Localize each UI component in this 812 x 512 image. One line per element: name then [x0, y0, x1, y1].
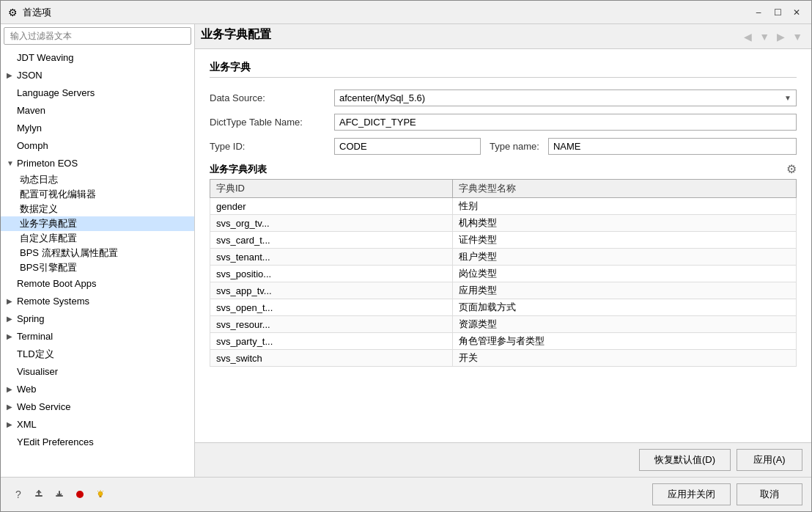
stop-button[interactable] [71, 486, 89, 503]
sidebar-item-peizhi-keshihua[interactable]: 配置可视化编辑器 [1, 187, 194, 202]
table-row[interactable]: svs_resour...资源类型 [210, 316, 797, 333]
table-cell-id: svs_positio... [210, 266, 453, 282]
sidebar-child-label: BPS引擎配置 [20, 260, 77, 275]
filter-input[interactable] [4, 27, 191, 45]
dict-type-table-label: DictType Table Name: [210, 117, 334, 128]
sidebar-item-yewu-zidian[interactable]: 业务字典配置 [1, 216, 194, 231]
table-cell-id: svs_switch [210, 350, 453, 367]
table-row[interactable]: svs_switch开关 [210, 350, 797, 367]
sidebar-item-zidingyi-ku[interactable]: 自定义库配置 [1, 231, 194, 246]
sidebar-item-mylyn[interactable]: Mylyn [1, 120, 194, 137]
restore-button[interactable]: ☐ [769, 4, 786, 21]
nav-forward-button[interactable]: ▶ [774, 29, 788, 44]
minimize-button[interactable]: – [750, 4, 767, 21]
table-cell-name: 租户类型 [452, 249, 797, 266]
expand-arrow: ▶ [7, 294, 17, 309]
data-source-control: afcenter(MySql_5.6) ▼ [334, 89, 797, 106]
sidebar-item-maven[interactable]: Maven [1, 102, 194, 120]
sidebar-item-remote-boot[interactable]: Remote Boot Apps [1, 275, 194, 293]
export-button[interactable] [30, 486, 48, 503]
sidebar-item-shuju-dingyi[interactable]: 数据定义 [1, 202, 194, 216]
data-source-row: Data Source: afcenter(MySql_5.6) ▼ [210, 89, 797, 106]
expand-arrow: ▶ [7, 417, 17, 432]
dict-table: 字典ID 字典类型名称 gender性别svs_org_tv...机构类型svs… [210, 179, 797, 367]
nav-dropdown-button[interactable]: ▼ [756, 29, 772, 44]
sidebar-item-bps-yinqing[interactable]: BPS引擎配置 [1, 260, 194, 275]
sidebar-item-label: Spring [17, 312, 45, 326]
sidebar-item-visualiser[interactable]: Visualiser [1, 363, 194, 381]
type-name-label: Type name: [490, 141, 539, 152]
close-button[interactable]: ✕ [788, 4, 805, 21]
sidebar-item-tld-dingyi[interactable]: TLD定义 [1, 345, 194, 363]
table-row[interactable]: svs_tenant...租户类型 [210, 249, 797, 266]
nav-forward-dropdown-button[interactable]: ▼ [789, 29, 805, 44]
table-row[interactable]: svs_org_tv...机构类型 [210, 215, 797, 232]
table-section-title: 业务字典列表 [210, 163, 267, 176]
sidebar-child-label: 配置可视化编辑器 [20, 187, 96, 202]
sidebar-item-label: Terminal [17, 329, 53, 344]
table-row[interactable]: svs_positio...岗位类型 [210, 266, 797, 282]
sidebar-item-label: Mylyn [17, 121, 42, 136]
sidebar-item-label: Maven [17, 103, 45, 118]
sidebar-item-terminal[interactable]: ▶ Terminal [1, 328, 194, 345]
data-source-label: Data Source: [210, 92, 334, 103]
table-cell-name: 开关 [452, 350, 797, 367]
sidebar-item-jdt-weaving[interactable]: JDT Weaving [1, 49, 194, 67]
table-row[interactable]: svs_party_t...角色管理参与者类型 [210, 333, 797, 350]
table-section-header: 业务字典列表 ⚙ [210, 162, 797, 176]
nav-back-button[interactable]: ◀ [741, 29, 755, 44]
sidebar-item-label: Primeton EOS [17, 156, 78, 171]
table-cell-name: 角色管理参与者类型 [452, 333, 797, 350]
window-title: 首选项 [23, 6, 750, 19]
dict-type-table-control [334, 114, 797, 131]
sidebar-item-web-service[interactable]: ▶ Web Service [1, 398, 194, 416]
sidebar-item-remote-systems[interactable]: ▶ Remote Systems [1, 293, 194, 310]
dropdown-arrow-icon: ▼ [784, 94, 791, 102]
import-button[interactable] [51, 486, 68, 503]
table-cell-id: svs_card_t... [210, 232, 453, 249]
help-button[interactable]: ? [10, 486, 27, 503]
apply-button[interactable]: 应用(A) [737, 449, 802, 471]
app-icon: ⚙ [7, 7, 18, 18]
sidebar-item-json[interactable]: ▶ JSON [1, 67, 194, 84]
expand-arrow: ▶ [7, 400, 17, 414]
bulb-button[interactable] [92, 486, 109, 503]
table-row[interactable]: svs_card_t...证件类型 [210, 232, 797, 249]
bottom-bar: 恢复默认值(D) 应用(A) [195, 442, 811, 477]
sidebar-item-label: XML [17, 417, 37, 432]
sidebar-item-label: YEdit Preferences [17, 435, 94, 450]
data-source-select[interactable]: afcenter(MySql_5.6) ▼ [334, 89, 797, 106]
sidebar-item-web[interactable]: ▶ Web [1, 381, 194, 398]
table-row[interactable]: gender性别 [210, 198, 797, 215]
restore-default-button[interactable]: 恢复默认值(D) [639, 449, 731, 471]
sidebar-item-dongtai-rizhi[interactable]: 动态日志 [1, 172, 194, 187]
dict-type-table-row: DictType Table Name: [210, 114, 797, 131]
expand-arrow: ▶ [7, 312, 17, 326]
type-id-inline-form: Type name: [334, 138, 797, 155]
type-id-input[interactable] [334, 138, 481, 155]
sidebar-item-xml[interactable]: ▶ XML [1, 416, 194, 434]
sidebar-item-spring[interactable]: ▶ Spring [1, 310, 194, 328]
sidebar-child-label: 动态日志 [20, 172, 58, 187]
apply-close-button[interactable]: 应用并关闭 [652, 483, 731, 505]
sidebar-item-language-servers[interactable]: Language Servers [1, 84, 194, 102]
sidebar-item-yedit-prefs[interactable]: YEdit Preferences [1, 434, 194, 451]
sidebar-item-oomph[interactable]: Oomph [1, 137, 194, 155]
cancel-button[interactable]: 取消 [737, 483, 802, 505]
table-row[interactable]: svs_open_t...页面加载方式 [210, 299, 797, 316]
table-cell-id: svs_resour... [210, 316, 453, 333]
sidebar-item-primeton-eos[interactable]: ▼ Primeton EOS [1, 155, 194, 172]
sidebar-child-label: 业务字典配置 [20, 216, 77, 231]
dict-type-table-input[interactable] [334, 114, 797, 131]
tree: JDT Weaving ▶ JSON Language Servers Mave… [1, 48, 194, 477]
expand-arrow: ▶ [7, 382, 17, 397]
table-cell-id: svs_app_tv... [210, 282, 453, 299]
sidebar-item-label: Remote Systems [17, 294, 89, 309]
type-name-input[interactable] [548, 138, 797, 155]
table-row[interactable]: svs_app_tv...应用类型 [210, 282, 797, 299]
table-action-button[interactable]: ⚙ [786, 162, 797, 176]
sidebar-child-label: 自定义库配置 [20, 231, 77, 246]
sidebar-item-bps-liucheng[interactable]: BPS 流程默认属性配置 [1, 246, 194, 260]
type-id-row: Type ID: Type name: [210, 138, 797, 155]
table-cell-id: gender [210, 198, 453, 215]
